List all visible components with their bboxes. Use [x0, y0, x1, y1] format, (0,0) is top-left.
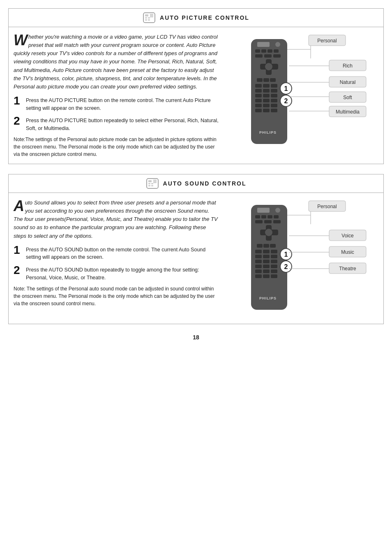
svg-point-76 [275, 208, 280, 213]
svg-rect-31 [255, 94, 262, 97]
svg-rect-3 [148, 17, 150, 19]
step-2-sound: 2 Press the AUTO SOUND button repeatedly… [14, 265, 219, 282]
auto-sound-section: Auto Sound Control Auto Sound allows you… [8, 174, 384, 324]
svg-text:Personal: Personal [317, 204, 337, 209]
svg-text:Soft: Soft [343, 95, 352, 100]
svg-rect-26 [263, 84, 270, 88]
svg-rect-38 [263, 104, 270, 107]
svg-rect-93 [255, 255, 262, 258]
svg-rect-18 [273, 54, 281, 58]
svg-rect-107 [271, 274, 277, 278]
svg-rect-80 [274, 215, 279, 218]
svg-text:Theatre: Theatre [339, 266, 356, 272]
svg-rect-4 [145, 19, 147, 21]
step-1-picture: 1 Press the AUTO PICTURE button on the r… [14, 95, 219, 112]
svg-rect-14 [267, 49, 272, 53]
svg-rect-42 [271, 109, 277, 112]
svg-rect-12 [255, 49, 260, 53]
svg-rect-1 [145, 14, 148, 16]
auto-picture-note: Note:The settings of the Personal auto p… [14, 136, 219, 158]
step-2-text: Press the AUTO PICTURE button repeatedly… [26, 115, 219, 132]
svg-rect-5 [148, 19, 150, 21]
svg-point-21 [265, 63, 272, 70]
svg-text:2: 2 [284, 97, 288, 104]
svg-rect-41 [263, 109, 270, 112]
svg-rect-94 [263, 255, 270, 258]
svg-rect-99 [255, 265, 262, 268]
svg-rect-29 [263, 89, 270, 93]
step-2-sound-text: Press the AUTO SOUND button repeatedly t… [26, 265, 219, 282]
svg-rect-98 [271, 260, 277, 263]
auto-sound-steps: 1 Press the AUTO SOUND button on the rem… [14, 244, 219, 282]
svg-point-86 [265, 229, 272, 236]
svg-rect-88 [263, 244, 269, 248]
svg-rect-39 [271, 104, 277, 107]
svg-text:Rich: Rich [343, 63, 353, 69]
svg-text:Personal: Personal [317, 38, 337, 44]
auto-sound-visual: PHILIPS 1 2 [226, 199, 378, 318]
svg-rect-69 [148, 185, 150, 186]
drop-cap-w: W [14, 35, 28, 46]
step-1-sound-text: Press the AUTO SOUND button on the remot… [26, 244, 219, 262]
svg-rect-101 [271, 265, 277, 268]
auto-picture-svg: PHILIPS 1 2 [226, 33, 378, 152]
svg-rect-96 [255, 260, 262, 263]
auto-picture-diagram: PHILIPS 1 2 [226, 33, 378, 152]
svg-rect-83 [273, 220, 281, 223]
svg-rect-105 [255, 274, 262, 278]
svg-rect-67 [148, 183, 150, 184]
remote-icon-sound [146, 177, 159, 190]
step-2-num: 2 [14, 115, 23, 127]
svg-rect-89 [270, 244, 276, 248]
step-1-sound-num: 1 [14, 244, 23, 256]
auto-sound-diagram: PHILIPS 1 2 [226, 199, 378, 318]
svg-rect-103 [263, 269, 270, 273]
svg-rect-91 [263, 250, 270, 253]
step-1-num: 1 [14, 95, 23, 107]
svg-rect-34 [255, 99, 262, 102]
svg-rect-25 [255, 84, 262, 88]
auto-picture-intro: Whether you're watching a movie or a vid… [14, 33, 219, 91]
svg-rect-28 [255, 89, 262, 93]
svg-rect-23 [263, 78, 269, 82]
svg-rect-2 [145, 17, 147, 19]
svg-text:PHILIPS: PHILIPS [259, 296, 277, 300]
svg-text:2: 2 [284, 263, 288, 270]
svg-rect-81 [255, 220, 263, 223]
svg-rect-33 [271, 94, 277, 97]
page-number: 18 [8, 334, 384, 341]
svg-rect-10 [257, 42, 270, 47]
step-1-sound: 1 Press the AUTO SOUND button on the rem… [14, 244, 219, 262]
step-2-sound-num: 2 [14, 265, 23, 276]
auto-picture-section: Auto Picture Control Whether you're watc… [8, 8, 384, 164]
svg-rect-32 [263, 94, 270, 97]
svg-rect-75 [257, 208, 270, 213]
svg-rect-17 [264, 54, 272, 58]
step-2-picture: 2 Press the AUTO PICTURE button repeated… [14, 115, 219, 132]
auto-picture-title: Auto Picture Control [160, 14, 249, 21]
auto-sound-svg: PHILIPS 1 2 [226, 199, 378, 318]
step-1-text: Press the AUTO PICTURE button on the rem… [26, 95, 219, 112]
svg-rect-82 [264, 220, 272, 223]
svg-rect-37 [255, 104, 262, 107]
svg-rect-16 [255, 54, 263, 58]
svg-rect-36 [271, 99, 277, 102]
svg-rect-100 [263, 265, 270, 268]
svg-rect-90 [255, 250, 262, 253]
svg-rect-68 [151, 183, 153, 184]
auto-picture-header: Auto Picture Control [9, 9, 383, 27]
auto-sound-header: Auto Sound Control [9, 174, 383, 193]
svg-rect-97 [263, 260, 270, 263]
drop-cap-a: A [14, 200, 24, 212]
svg-rect-66 [148, 180, 152, 182]
svg-text:PHILIPS: PHILIPS [259, 130, 277, 135]
svg-rect-35 [263, 99, 270, 102]
auto-sound-title: Auto Sound Control [163, 180, 247, 187]
svg-rect-40 [255, 109, 262, 112]
auto-sound-intro: Auto Sound allows you to select from thr… [14, 199, 219, 240]
svg-rect-95 [271, 255, 277, 258]
svg-text:Voice: Voice [341, 233, 354, 239]
svg-rect-87 [257, 244, 263, 248]
auto-picture-visual: PHILIPS 1 2 [226, 33, 378, 158]
svg-rect-92 [271, 250, 277, 253]
